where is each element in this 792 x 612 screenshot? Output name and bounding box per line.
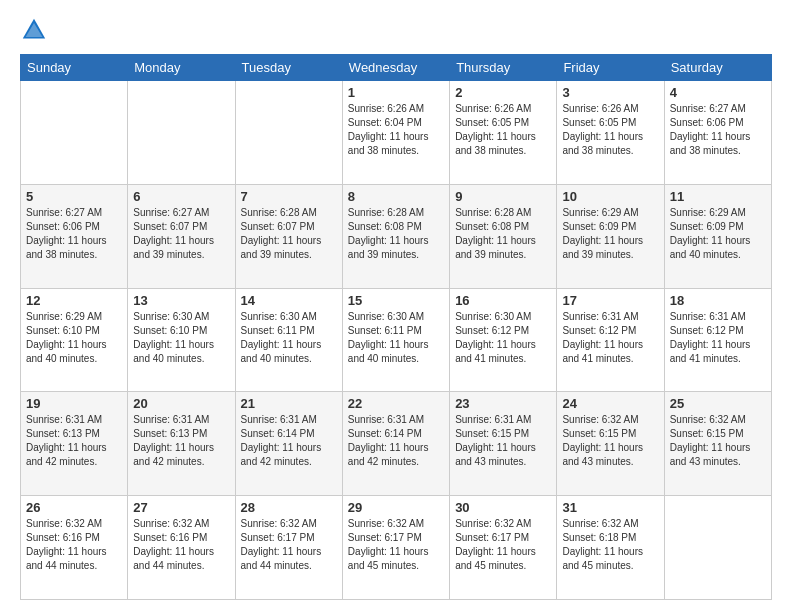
day-info: Sunrise: 6:26 AMSunset: 6:05 PMDaylight:… [562,102,658,158]
day-info: Sunrise: 6:31 AMSunset: 6:13 PMDaylight:… [26,413,122,469]
day-info: Sunrise: 6:28 AMSunset: 6:08 PMDaylight:… [455,206,551,262]
day-number: 2 [455,85,551,100]
day-info: Sunrise: 6:27 AMSunset: 6:06 PMDaylight:… [670,102,766,158]
calendar-table: SundayMondayTuesdayWednesdayThursdayFrid… [20,54,772,600]
day-number: 1 [348,85,444,100]
day-number: 13 [133,293,229,308]
calendar-week-3: 12Sunrise: 6:29 AMSunset: 6:10 PMDayligh… [21,288,772,392]
day-number: 26 [26,500,122,515]
day-info: Sunrise: 6:31 AMSunset: 6:12 PMDaylight:… [562,310,658,366]
day-info: Sunrise: 6:32 AMSunset: 6:18 PMDaylight:… [562,517,658,573]
logo-icon [20,16,48,44]
day-number: 6 [133,189,229,204]
day-number: 27 [133,500,229,515]
day-number: 18 [670,293,766,308]
weekday-monday: Monday [128,55,235,81]
calendar-cell: 15Sunrise: 6:30 AMSunset: 6:11 PMDayligh… [342,288,449,392]
weekday-saturday: Saturday [664,55,771,81]
weekday-sunday: Sunday [21,55,128,81]
day-number: 14 [241,293,337,308]
weekday-header-row: SundayMondayTuesdayWednesdayThursdayFrid… [21,55,772,81]
calendar-cell: 13Sunrise: 6:30 AMSunset: 6:10 PMDayligh… [128,288,235,392]
day-info: Sunrise: 6:29 AMSunset: 6:09 PMDaylight:… [562,206,658,262]
calendar-cell: 2Sunrise: 6:26 AMSunset: 6:05 PMDaylight… [450,81,557,185]
day-info: Sunrise: 6:29 AMSunset: 6:09 PMDaylight:… [670,206,766,262]
weekday-tuesday: Tuesday [235,55,342,81]
day-info: Sunrise: 6:31 AMSunset: 6:14 PMDaylight:… [241,413,337,469]
day-info: Sunrise: 6:26 AMSunset: 6:04 PMDaylight:… [348,102,444,158]
calendar-cell: 30Sunrise: 6:32 AMSunset: 6:17 PMDayligh… [450,496,557,600]
calendar-cell: 23Sunrise: 6:31 AMSunset: 6:15 PMDayligh… [450,392,557,496]
calendar-cell: 24Sunrise: 6:32 AMSunset: 6:15 PMDayligh… [557,392,664,496]
day-info: Sunrise: 6:29 AMSunset: 6:10 PMDaylight:… [26,310,122,366]
calendar-cell: 18Sunrise: 6:31 AMSunset: 6:12 PMDayligh… [664,288,771,392]
day-number: 3 [562,85,658,100]
day-number: 24 [562,396,658,411]
day-info: Sunrise: 6:30 AMSunset: 6:11 PMDaylight:… [348,310,444,366]
day-info: Sunrise: 6:32 AMSunset: 6:17 PMDaylight:… [348,517,444,573]
day-info: Sunrise: 6:30 AMSunset: 6:12 PMDaylight:… [455,310,551,366]
logo [20,16,52,44]
weekday-wednesday: Wednesday [342,55,449,81]
calendar-cell: 10Sunrise: 6:29 AMSunset: 6:09 PMDayligh… [557,184,664,288]
weekday-thursday: Thursday [450,55,557,81]
calendar-week-1: 1Sunrise: 6:26 AMSunset: 6:04 PMDaylight… [21,81,772,185]
calendar-cell: 1Sunrise: 6:26 AMSunset: 6:04 PMDaylight… [342,81,449,185]
calendar-cell: 11Sunrise: 6:29 AMSunset: 6:09 PMDayligh… [664,184,771,288]
day-info: Sunrise: 6:27 AMSunset: 6:07 PMDaylight:… [133,206,229,262]
day-number: 21 [241,396,337,411]
day-number: 22 [348,396,444,411]
weekday-friday: Friday [557,55,664,81]
day-info: Sunrise: 6:31 AMSunset: 6:13 PMDaylight:… [133,413,229,469]
day-info: Sunrise: 6:31 AMSunset: 6:14 PMDaylight:… [348,413,444,469]
day-info: Sunrise: 6:28 AMSunset: 6:08 PMDaylight:… [348,206,444,262]
day-number: 25 [670,396,766,411]
day-number: 12 [26,293,122,308]
calendar-cell: 8Sunrise: 6:28 AMSunset: 6:08 PMDaylight… [342,184,449,288]
calendar-cell: 14Sunrise: 6:30 AMSunset: 6:11 PMDayligh… [235,288,342,392]
day-info: Sunrise: 6:32 AMSunset: 6:16 PMDaylight:… [26,517,122,573]
day-number: 16 [455,293,551,308]
calendar-cell: 9Sunrise: 6:28 AMSunset: 6:08 PMDaylight… [450,184,557,288]
calendar-cell: 29Sunrise: 6:32 AMSunset: 6:17 PMDayligh… [342,496,449,600]
day-number: 8 [348,189,444,204]
day-number: 31 [562,500,658,515]
day-number: 10 [562,189,658,204]
calendar-cell: 6Sunrise: 6:27 AMSunset: 6:07 PMDaylight… [128,184,235,288]
calendar-cell: 5Sunrise: 6:27 AMSunset: 6:06 PMDaylight… [21,184,128,288]
day-number: 5 [26,189,122,204]
calendar-cell: 22Sunrise: 6:31 AMSunset: 6:14 PMDayligh… [342,392,449,496]
calendar-cell [235,81,342,185]
day-info: Sunrise: 6:32 AMSunset: 6:16 PMDaylight:… [133,517,229,573]
day-info: Sunrise: 6:31 AMSunset: 6:12 PMDaylight:… [670,310,766,366]
calendar-week-2: 5Sunrise: 6:27 AMSunset: 6:06 PMDaylight… [21,184,772,288]
calendar-cell: 17Sunrise: 6:31 AMSunset: 6:12 PMDayligh… [557,288,664,392]
day-number: 7 [241,189,337,204]
day-number: 9 [455,189,551,204]
calendar-week-5: 26Sunrise: 6:32 AMSunset: 6:16 PMDayligh… [21,496,772,600]
day-info: Sunrise: 6:26 AMSunset: 6:05 PMDaylight:… [455,102,551,158]
calendar-cell: 27Sunrise: 6:32 AMSunset: 6:16 PMDayligh… [128,496,235,600]
day-number: 11 [670,189,766,204]
calendar-cell: 3Sunrise: 6:26 AMSunset: 6:05 PMDaylight… [557,81,664,185]
day-info: Sunrise: 6:27 AMSunset: 6:06 PMDaylight:… [26,206,122,262]
calendar-cell: 12Sunrise: 6:29 AMSunset: 6:10 PMDayligh… [21,288,128,392]
calendar-cell: 31Sunrise: 6:32 AMSunset: 6:18 PMDayligh… [557,496,664,600]
calendar-cell: 21Sunrise: 6:31 AMSunset: 6:14 PMDayligh… [235,392,342,496]
calendar-cell: 28Sunrise: 6:32 AMSunset: 6:17 PMDayligh… [235,496,342,600]
calendar-cell: 4Sunrise: 6:27 AMSunset: 6:06 PMDaylight… [664,81,771,185]
day-info: Sunrise: 6:30 AMSunset: 6:11 PMDaylight:… [241,310,337,366]
day-number: 15 [348,293,444,308]
day-info: Sunrise: 6:32 AMSunset: 6:17 PMDaylight:… [241,517,337,573]
calendar-cell: 25Sunrise: 6:32 AMSunset: 6:15 PMDayligh… [664,392,771,496]
day-number: 4 [670,85,766,100]
day-number: 30 [455,500,551,515]
day-info: Sunrise: 6:30 AMSunset: 6:10 PMDaylight:… [133,310,229,366]
calendar-cell [128,81,235,185]
calendar-cell: 26Sunrise: 6:32 AMSunset: 6:16 PMDayligh… [21,496,128,600]
page: SundayMondayTuesdayWednesdayThursdayFrid… [0,0,792,612]
calendar-cell: 20Sunrise: 6:31 AMSunset: 6:13 PMDayligh… [128,392,235,496]
day-number: 28 [241,500,337,515]
day-info: Sunrise: 6:32 AMSunset: 6:15 PMDaylight:… [670,413,766,469]
day-info: Sunrise: 6:31 AMSunset: 6:15 PMDaylight:… [455,413,551,469]
